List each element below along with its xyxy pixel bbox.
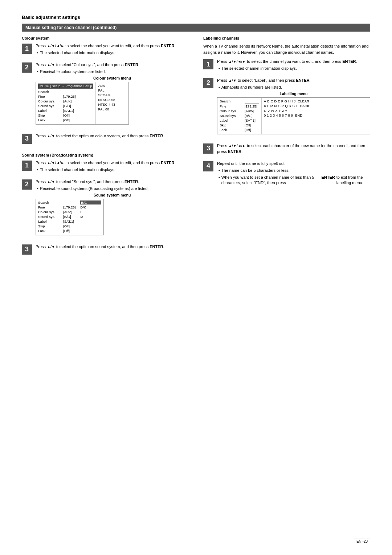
label-step-3-text: Press ▲/▼/◄/► to select each character o… xyxy=(217,143,370,155)
label-char-row-1: A B C D E F G H I J xyxy=(264,99,368,103)
char-3: 3 xyxy=(273,113,275,117)
char-P: P xyxy=(282,104,284,108)
label-step-1-text: Press ▲/▼/◄/► to select the channel you … xyxy=(217,59,370,65)
char-D: D xyxy=(274,99,277,103)
char-W: W xyxy=(271,109,274,113)
colour-menu-skip: Skip[Off] xyxy=(38,113,93,117)
right-column: Labelling channels When a TV channel sen… xyxy=(203,36,370,260)
label-char-row-4: 0 1 2 3 4 5 6 7 8 9 xyxy=(264,113,368,117)
left-column: Colour system 1 Press ▲/▼/◄/► to select … xyxy=(22,36,189,260)
divider-1 xyxy=(22,149,189,149)
char-T: T xyxy=(296,104,298,108)
sound-option-bg: B/G xyxy=(80,200,101,204)
label-step-4-number: 4 xyxy=(203,161,213,171)
label-step-3: 3 Press ▲/▼/◄/► to select each character… xyxy=(203,143,370,156)
char-A: A xyxy=(264,99,266,103)
lm-search: Search xyxy=(220,99,259,104)
char-M: M xyxy=(270,104,273,108)
lm-lock: Lock[Off] xyxy=(220,128,259,132)
colour-system-title: Colour system xyxy=(22,36,189,40)
sound-menu-box: Search Fine[179.25] Colour sys.[Auto] So… xyxy=(36,199,104,235)
label-menu-inner: Search Fine[179.25] Colour sys.[Auto] So… xyxy=(217,98,370,134)
char-dash2: – xyxy=(291,109,293,113)
colour-menu-soundsys: Sound sys.[B/G] xyxy=(38,104,93,108)
sound-option-i: I xyxy=(80,210,101,214)
char-V: V xyxy=(268,109,270,113)
char-CLEAR: CLEAR xyxy=(298,99,309,103)
lm-soundsys: Sound sys.[B/G] xyxy=(220,114,259,118)
colour-menu-label: Label[SAT.1] xyxy=(38,109,93,113)
sound-step-2-bullet: Receivable sound systems (Broadcasting s… xyxy=(37,186,189,192)
label-step-2: 2 Press ▲/▼ to select "Label", and then … xyxy=(203,78,370,138)
sound-option-m: M xyxy=(80,215,101,219)
colour-menu-left: MENU | Setup → Programme Setup Search Fi… xyxy=(36,82,96,124)
colour-menu-fine: Fine[179.25] xyxy=(38,94,93,98)
colour-option-pal: PAL xyxy=(98,88,126,92)
sound-menu-right: B/G D/K I M xyxy=(78,199,103,235)
char-X: X xyxy=(275,109,277,113)
sound-step-3-text: Press ▲/▼ to select the optimum sound sy… xyxy=(36,244,189,250)
sound-step-1-number: 1 xyxy=(22,161,32,171)
label-step-1: 1 Press ▲/▼/◄/► to select the channel yo… xyxy=(203,59,370,73)
colour-step-3: 3 Press ▲/▼ to select the optimum colour… xyxy=(22,133,189,144)
char-Y: Y xyxy=(279,109,281,113)
sound-menu-skip: Skip[Off] xyxy=(38,224,75,228)
sound-menu-coloursys: Colour sys.[Auto] xyxy=(38,210,75,214)
labelling-intro: When a TV channel sends its Network Name… xyxy=(203,43,370,55)
sound-menu-fine: Fine[179.25] xyxy=(38,205,75,209)
colour-step-3-content: Press ▲/▼ to select the optimum colour s… xyxy=(36,133,189,140)
char-E: E xyxy=(278,99,280,103)
label-step-4-bullet2: When you want to set a channel name of l… xyxy=(219,175,370,186)
char-B: B xyxy=(267,99,269,103)
label-step-1-bullet: The selected channel information display… xyxy=(219,66,370,72)
sound-menu-title: Sound system menu xyxy=(36,193,189,197)
char-2: 2 xyxy=(270,113,272,117)
sound-menu-left: Search Fine[179.25] Colour sys.[Auto] So… xyxy=(36,199,78,235)
label-step-2-bullet: Alphabets and numbers are listed. xyxy=(219,85,370,90)
char-6: 6 xyxy=(282,113,284,117)
label-step-4: 4 Repeat until the name is fully spelt o… xyxy=(203,161,370,187)
char-dash3: – xyxy=(294,109,296,113)
colour-option-pal60: PAL 60 xyxy=(98,107,126,111)
label-menu-col1: Search Fine[179.25] Colour sys.[Auto] So… xyxy=(217,98,262,134)
sound-step-3-number: 3 xyxy=(22,244,32,255)
sound-step-1-content: Press ▲/▼/◄/► to select the channel you … xyxy=(36,160,189,174)
colour-step-2-bullet: Receivable colour systems are listed. xyxy=(37,69,189,75)
sound-step-3-content: Press ▲/▼ to select the optimum sound sy… xyxy=(36,244,189,251)
label-step-3-content: Press ▲/▼/◄/► to select each character o… xyxy=(217,143,370,156)
page: Basic adjustment settings Manual setting… xyxy=(22,15,370,260)
label-step-4-content: Repeat until the name is fully spelt out… xyxy=(217,161,370,187)
colour-step-1-number: 1 xyxy=(22,44,32,54)
sound-menu-soundsys: Sound sys.[B/G] xyxy=(38,215,75,219)
section-header: Manual setting for each channel (continu… xyxy=(22,24,370,32)
char-dash1: – xyxy=(288,109,290,113)
char-N: N xyxy=(274,104,277,108)
label-step-4-text: Repeat until the name is fully spelt out… xyxy=(217,161,370,167)
label-menu-col2: A B C D E F G H I J xyxy=(262,98,370,134)
sound-step-2: 2 Press ▲/▼ to select "Sound sys.", and … xyxy=(22,179,189,239)
label-step-4-bullet1: The name can be 5 characters or less. xyxy=(219,168,370,174)
sound-menu-lock: Lock[Off] xyxy=(38,229,75,233)
colour-step-2: 2 Press ▲/▼ to select "Colour sys.", and… xyxy=(22,62,189,128)
sound-option-dk: D/K xyxy=(80,205,101,209)
lm-label: Label[SAT.1] xyxy=(220,118,259,122)
char-dash4: – xyxy=(297,109,299,113)
sound-step-2-number: 2 xyxy=(22,179,32,190)
label-step-2-number: 2 xyxy=(203,78,213,88)
colour-step-1-text: Press ▲/▼/◄/► to select the channel you … xyxy=(36,43,189,49)
colour-step-1-content: Press ▲/▼/◄/► to select the channel you … xyxy=(36,43,189,57)
labelling-title: Labelling channels xyxy=(203,36,370,40)
char-H: H xyxy=(288,99,291,103)
label-step-2-content: Press ▲/▼ to select "Label", and then pr… xyxy=(217,78,370,138)
char-5: 5 xyxy=(279,113,281,117)
label-step-1-number: 1 xyxy=(203,59,213,69)
sound-system-section: Sound system (Broadcasting system) 1 Pre… xyxy=(22,153,189,255)
lm-skip: Skip[Off] xyxy=(220,123,259,127)
char-G: G xyxy=(285,99,287,103)
labelling-section: Labelling channels When a TV channel sen… xyxy=(203,36,370,187)
char-9: 9 xyxy=(291,113,293,117)
sound-step-1: 1 Press ▲/▼/◄/► to select the channel yo… xyxy=(22,160,189,174)
lm-fine: Fine[179.25] xyxy=(220,104,259,108)
colour-menu-coloursys: Colour sys.[Auto] xyxy=(38,99,93,103)
char-L: L xyxy=(267,104,269,108)
